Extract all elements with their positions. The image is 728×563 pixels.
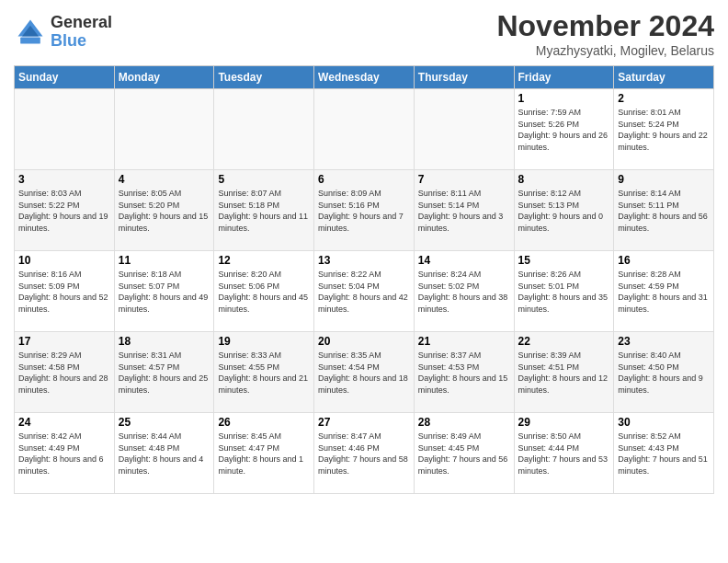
day-num-2-4: 14	[418, 254, 510, 267]
day-info-1-6: Sunrise: 8:14 AMSunset: 5:11 PMDaylight:…	[618, 188, 710, 234]
day-num-3-5: 22	[518, 335, 610, 348]
day-num-3-2: 19	[218, 335, 310, 348]
cell-0-0	[15, 89, 115, 170]
col-monday: Monday	[114, 66, 214, 89]
day-num-2-6: 16	[618, 254, 710, 267]
day-info-4-0: Sunrise: 8:42 AMSunset: 4:49 PMDaylight:…	[18, 431, 110, 477]
day-num-2-5: 15	[518, 254, 610, 267]
cell-4-6: 30Sunrise: 8:52 AMSunset: 4:43 PMDayligh…	[614, 413, 714, 494]
cell-0-6: 2Sunrise: 8:01 AMSunset: 5:24 PMDaylight…	[614, 89, 714, 170]
day-info-2-5: Sunrise: 8:26 AMSunset: 5:01 PMDaylight:…	[518, 269, 610, 315]
day-num-4-4: 28	[418, 416, 510, 429]
day-info-1-3: Sunrise: 8:09 AMSunset: 5:16 PMDaylight:…	[318, 188, 410, 234]
day-num-1-6: 9	[618, 173, 710, 186]
day-num-0-6: 2	[618, 92, 710, 105]
day-num-3-4: 21	[418, 335, 510, 348]
day-info-4-2: Sunrise: 8:45 AMSunset: 4:47 PMDaylight:…	[218, 431, 310, 477]
main-container: General Blue November 2024 Myazhysyatki,…	[0, 0, 728, 503]
cell-4-3: 27Sunrise: 8:47 AMSunset: 4:46 PMDayligh…	[314, 413, 415, 494]
cell-4-5: 29Sunrise: 8:50 AMSunset: 4:44 PMDayligh…	[514, 413, 614, 494]
day-info-3-3: Sunrise: 8:35 AMSunset: 4:54 PMDaylight:…	[318, 350, 410, 396]
day-num-4-0: 24	[18, 416, 110, 429]
day-info-1-4: Sunrise: 8:11 AMSunset: 5:14 PMDaylight:…	[418, 188, 510, 234]
day-info-1-5: Sunrise: 8:12 AMSunset: 5:13 PMDaylight:…	[518, 188, 610, 234]
day-info-4-5: Sunrise: 8:50 AMSunset: 4:44 PMDaylight:…	[518, 431, 610, 477]
location: Myazhysyatki, Mogilev, Belarus	[496, 43, 714, 58]
cell-1-2: 5Sunrise: 8:07 AMSunset: 5:18 PMDaylight…	[214, 170, 314, 251]
logo-icon	[14, 16, 47, 49]
logo-blue: Blue	[51, 32, 112, 51]
day-num-1-3: 6	[318, 173, 410, 186]
day-info-4-3: Sunrise: 8:47 AMSunset: 4:46 PMDaylight:…	[318, 431, 410, 477]
cell-4-1: 25Sunrise: 8:44 AMSunset: 4:48 PMDayligh…	[114, 413, 214, 494]
day-num-1-0: 3	[18, 173, 110, 186]
cell-0-5: 1Sunrise: 7:59 AMSunset: 5:26 PMDaylight…	[514, 89, 614, 170]
header-row: Sunday Monday Tuesday Wednesday Thursday…	[15, 66, 714, 89]
cell-2-3: 13Sunrise: 8:22 AMSunset: 5:04 PMDayligh…	[314, 251, 415, 332]
day-num-3-0: 17	[18, 335, 110, 348]
day-info-1-0: Sunrise: 8:03 AMSunset: 5:22 PMDaylight:…	[18, 188, 110, 234]
month-title: November 2024	[496, 9, 714, 43]
cell-0-4	[414, 89, 514, 170]
day-num-4-5: 29	[518, 416, 610, 429]
day-num-4-2: 26	[218, 416, 310, 429]
cell-2-5: 15Sunrise: 8:26 AMSunset: 5:01 PMDayligh…	[514, 251, 614, 332]
day-num-3-6: 23	[618, 335, 710, 348]
day-info-0-5: Sunrise: 7:59 AMSunset: 5:26 PMDaylight:…	[518, 107, 610, 153]
day-info-2-0: Sunrise: 8:16 AMSunset: 5:09 PMDaylight:…	[18, 269, 110, 315]
cell-3-1: 18Sunrise: 8:31 AMSunset: 4:57 PMDayligh…	[114, 332, 214, 413]
day-info-4-4: Sunrise: 8:49 AMSunset: 4:45 PMDaylight:…	[418, 431, 510, 477]
cell-0-1	[114, 89, 214, 170]
cell-3-4: 21Sunrise: 8:37 AMSunset: 4:53 PMDayligh…	[414, 332, 514, 413]
day-info-0-6: Sunrise: 8:01 AMSunset: 5:24 PMDaylight:…	[618, 107, 710, 153]
col-thursday: Thursday	[414, 66, 514, 89]
day-info-4-6: Sunrise: 8:52 AMSunset: 4:43 PMDaylight:…	[618, 431, 710, 477]
cell-2-2: 12Sunrise: 8:20 AMSunset: 5:06 PMDayligh…	[214, 251, 314, 332]
day-info-2-1: Sunrise: 8:18 AMSunset: 5:07 PMDaylight:…	[119, 269, 210, 315]
cell-3-5: 22Sunrise: 8:39 AMSunset: 4:51 PMDayligh…	[514, 332, 614, 413]
day-info-4-1: Sunrise: 8:44 AMSunset: 4:48 PMDaylight:…	[119, 431, 210, 477]
day-num-0-5: 1	[518, 92, 610, 105]
cell-0-3	[314, 89, 415, 170]
day-num-3-3: 20	[318, 335, 410, 348]
cell-1-0: 3Sunrise: 8:03 AMSunset: 5:22 PMDaylight…	[15, 170, 115, 251]
day-info-3-0: Sunrise: 8:29 AMSunset: 4:58 PMDaylight:…	[18, 350, 110, 396]
day-info-3-5: Sunrise: 8:39 AMSunset: 4:51 PMDaylight:…	[518, 350, 610, 396]
day-num-2-0: 10	[18, 254, 110, 267]
day-info-2-3: Sunrise: 8:22 AMSunset: 5:04 PMDaylight:…	[318, 269, 410, 315]
day-info-3-6: Sunrise: 8:40 AMSunset: 4:50 PMDaylight:…	[618, 350, 710, 396]
calendar-table: Sunday Monday Tuesday Wednesday Thursday…	[14, 65, 714, 494]
day-num-4-1: 25	[119, 416, 210, 429]
cell-1-4: 7Sunrise: 8:11 AMSunset: 5:14 PMDaylight…	[414, 170, 514, 251]
day-info-1-1: Sunrise: 8:05 AMSunset: 5:20 PMDaylight:…	[119, 188, 210, 234]
week-row-0: 1Sunrise: 7:59 AMSunset: 5:26 PMDaylight…	[15, 89, 714, 170]
day-num-2-2: 12	[218, 254, 310, 267]
week-row-2: 10Sunrise: 8:16 AMSunset: 5:09 PMDayligh…	[15, 251, 714, 332]
header: General Blue November 2024 Myazhysyatki,…	[14, 9, 714, 58]
cell-3-6: 23Sunrise: 8:40 AMSunset: 4:50 PMDayligh…	[614, 332, 714, 413]
cell-0-2	[214, 89, 314, 170]
day-info-3-2: Sunrise: 8:33 AMSunset: 4:55 PMDaylight:…	[218, 350, 310, 396]
cell-1-1: 4Sunrise: 8:05 AMSunset: 5:20 PMDaylight…	[114, 170, 214, 251]
day-num-1-1: 4	[119, 173, 210, 186]
cell-4-0: 24Sunrise: 8:42 AMSunset: 4:49 PMDayligh…	[15, 413, 115, 494]
col-friday: Friday	[514, 66, 614, 89]
day-num-1-5: 8	[518, 173, 610, 186]
cell-1-5: 8Sunrise: 8:12 AMSunset: 5:13 PMDaylight…	[514, 170, 614, 251]
day-info-2-2: Sunrise: 8:20 AMSunset: 5:06 PMDaylight:…	[218, 269, 310, 315]
day-info-2-4: Sunrise: 8:24 AMSunset: 5:02 PMDaylight:…	[418, 269, 510, 315]
cell-3-3: 20Sunrise: 8:35 AMSunset: 4:54 PMDayligh…	[314, 332, 415, 413]
cell-2-6: 16Sunrise: 8:28 AMSunset: 4:59 PMDayligh…	[614, 251, 714, 332]
cell-2-1: 11Sunrise: 8:18 AMSunset: 5:07 PMDayligh…	[114, 251, 214, 332]
day-num-1-2: 5	[218, 173, 310, 186]
cell-4-4: 28Sunrise: 8:49 AMSunset: 4:45 PMDayligh…	[414, 413, 514, 494]
cell-3-0: 17Sunrise: 8:29 AMSunset: 4:58 PMDayligh…	[15, 332, 115, 413]
col-tuesday: Tuesday	[214, 66, 314, 89]
day-num-4-3: 27	[318, 416, 410, 429]
week-row-1: 3Sunrise: 8:03 AMSunset: 5:22 PMDaylight…	[15, 170, 714, 251]
svg-rect-2	[20, 37, 40, 43]
week-row-3: 17Sunrise: 8:29 AMSunset: 4:58 PMDayligh…	[15, 332, 714, 413]
title-block: November 2024 Myazhysyatki, Mogilev, Bel…	[496, 9, 714, 58]
cell-2-0: 10Sunrise: 8:16 AMSunset: 5:09 PMDayligh…	[15, 251, 115, 332]
day-info-3-1: Sunrise: 8:31 AMSunset: 4:57 PMDaylight:…	[119, 350, 210, 396]
